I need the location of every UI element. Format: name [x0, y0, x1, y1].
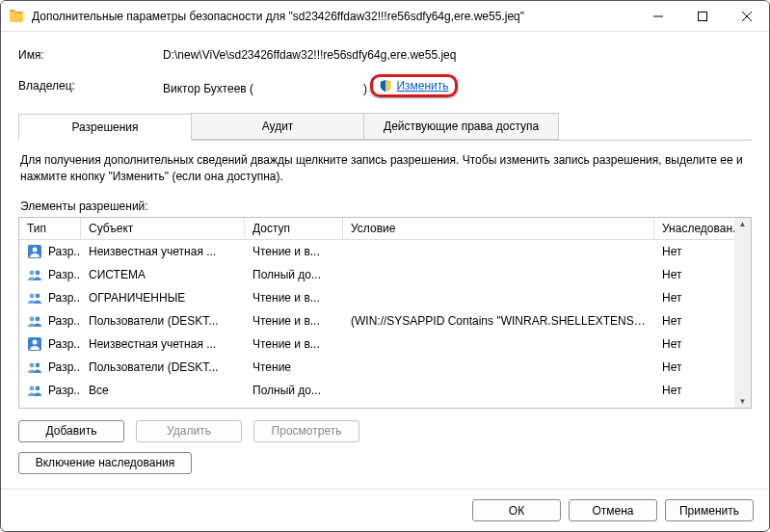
- svg-point-6: [36, 293, 40, 298]
- window-title: Дополнительные параметры безопасности дл…: [32, 10, 636, 23]
- permissions-table[interactable]: Тип Субъект Доступ Условие Унаследован..…: [18, 217, 752, 409]
- cell-condition: [343, 342, 654, 346]
- svg-point-3: [30, 270, 35, 275]
- close-button[interactable]: [725, 1, 769, 32]
- cell-access: Чтение и в...: [245, 335, 343, 353]
- svg-point-7: [30, 316, 35, 321]
- scrollbar[interactable]: ▲ ▼: [734, 218, 751, 408]
- cell-type: Разр...: [19, 334, 81, 354]
- svg-point-8: [36, 316, 40, 321]
- entry-buttons: Добавить Удалить Просмотреть: [18, 420, 752, 442]
- name-label: Имя:: [18, 48, 163, 62]
- cancel-button[interactable]: Отмена: [569, 499, 657, 521]
- svg-point-2: [33, 247, 38, 252]
- tab-audit[interactable]: Аудит: [191, 113, 364, 140]
- col-access[interactable]: Доступ: [245, 218, 343, 239]
- apply-button[interactable]: Применить: [665, 499, 754, 521]
- table-row[interactable]: Разр...Неизвестная учетная ...Чтение и в…: [19, 332, 751, 356]
- cell-subject: Неизвестная учетная ...: [81, 335, 245, 353]
- cell-subject: Все: [81, 382, 245, 399]
- scroll-down-icon[interactable]: ▼: [739, 397, 747, 406]
- cell-type: Разр...: [19, 311, 81, 331]
- cell-type: Разр...: [19, 265, 81, 284]
- col-condition[interactable]: Условие: [343, 218, 654, 239]
- cell-subject: Администраторы (DE...: [81, 405, 245, 408]
- cell-subject: Пользователи (DESKT...: [81, 359, 245, 376]
- svg-rect-0: [699, 13, 707, 21]
- name-value: D:\new\ViVe\sd23426ffdaw32!!!re56sdfy64g…: [163, 48, 752, 62]
- user-icon: [27, 336, 42, 352]
- owner-account: [260, 82, 359, 95]
- svg-point-5: [30, 293, 35, 298]
- cell-condition: [343, 388, 654, 392]
- permissions-table-wrap: Тип Субъект Доступ Условие Унаследован..…: [18, 217, 752, 409]
- svg-point-10: [33, 339, 38, 344]
- remove-button[interactable]: Удалить: [136, 420, 242, 442]
- users-group-icon: [27, 406, 42, 408]
- table-row[interactable]: Разр...СИСТЕМАПолный до...Нет: [19, 263, 751, 286]
- tabs: Разрешения Аудит Действующие права досту…: [18, 113, 752, 141]
- table-row[interactable]: Разр...Пользователи (DESKT...Чтение и в.…: [19, 309, 751, 332]
- users-group-icon: [27, 359, 42, 375]
- cell-access: Чтение: [245, 359, 343, 376]
- hint-text: Для получения дополнительных сведений дв…: [20, 152, 750, 186]
- cell-subject: ОГРАНИЧЕННЫЕ: [81, 289, 245, 306]
- svg-point-13: [30, 386, 35, 390]
- maximize-button[interactable]: [680, 1, 725, 32]
- view-button[interactable]: Просмотреть: [253, 420, 359, 442]
- tab-effective-access[interactable]: Действующие права доступа: [363, 113, 559, 140]
- inheritance-buttons: Включение наследования: [18, 452, 752, 474]
- cell-type: Разр...: [19, 381, 81, 400]
- svg-point-11: [30, 362, 35, 367]
- cell-type: Разр...: [19, 242, 81, 261]
- svg-point-14: [36, 386, 40, 390]
- cell-subject: Неизвестная учетная ...: [81, 243, 245, 260]
- permission-entries-label: Элементы разрешений:: [20, 200, 750, 213]
- cell-access: Полный до...: [245, 266, 343, 283]
- change-link-highlight: Изменить: [370, 74, 457, 97]
- users-group-icon: [27, 383, 42, 398]
- change-owner-link[interactable]: Изменить: [396, 79, 448, 93]
- owner-label: Владелец:: [18, 79, 163, 93]
- table-header: Тип Субъект Доступ Условие Унаследован..…: [19, 218, 751, 240]
- users-group-icon: [27, 290, 42, 306]
- content-area: Имя: D:\new\ViVe\sd23426ffdaw32!!!re56sd…: [1, 32, 769, 489]
- table-body: Разр...Неизвестная учетная ...Чтение и в…: [19, 240, 751, 408]
- folder-icon: [9, 9, 24, 24]
- user-icon: [27, 244, 42, 259]
- cell-condition: [343, 250, 654, 253]
- cell-type: Разр...: [19, 358, 81, 377]
- cell-type: Разр...: [19, 288, 81, 307]
- titlebar[interactable]: Дополнительные параметры безопасности дл…: [1, 1, 769, 32]
- cell-condition: [343, 296, 654, 300]
- owner-suffix: ): [363, 82, 367, 95]
- table-row[interactable]: Разр...Администраторы (DE...Полный до...…: [19, 402, 751, 408]
- dialog-footer: ОК Отмена Применить: [1, 489, 769, 531]
- tab-permissions[interactable]: Разрешения: [18, 114, 192, 141]
- cell-subject: СИСТЕМА: [81, 266, 245, 283]
- security-advanced-window: Дополнительные параметры безопасности дл…: [0, 0, 770, 532]
- cell-access: Чтение и в...: [245, 289, 343, 306]
- cell-access: Полный до...: [245, 382, 343, 399]
- ok-button[interactable]: ОК: [472, 499, 561, 521]
- scroll-up-icon[interactable]: ▲: [739, 220, 747, 228]
- cell-type: Разр...: [19, 404, 81, 408]
- col-type[interactable]: Тип: [19, 218, 81, 239]
- cell-condition: [343, 273, 654, 277]
- table-row[interactable]: Разр...ОГРАНИЧЕННЫЕЧтение и в...Нет: [19, 286, 751, 309]
- table-row[interactable]: Разр...ВсеПолный до...Нет: [19, 379, 751, 402]
- cell-condition: [343, 365, 654, 369]
- col-subject[interactable]: Субъект: [81, 218, 245, 239]
- owner-name: Виктор Бухтеев (: [163, 82, 253, 95]
- table-row[interactable]: Разр...Пользователи (DESKT...ЧтениеНет: [19, 356, 751, 379]
- owner-value: Виктор Бухтеев ( ) Изменить: [163, 74, 752, 97]
- enable-inheritance-button[interactable]: Включение наследования: [18, 452, 192, 474]
- owner-row: Владелец: Виктор Бухтеев ( ) Изменить: [18, 74, 752, 97]
- users-group-icon: [27, 313, 42, 329]
- add-button[interactable]: Добавить: [18, 420, 124, 442]
- cell-access: Чтение и в...: [245, 312, 343, 330]
- minimize-button[interactable]: [636, 1, 680, 32]
- window-controls: [636, 1, 769, 31]
- table-row[interactable]: Разр...Неизвестная учетная ...Чтение и в…: [19, 240, 751, 263]
- cell-access: Полный до...: [245, 405, 343, 408]
